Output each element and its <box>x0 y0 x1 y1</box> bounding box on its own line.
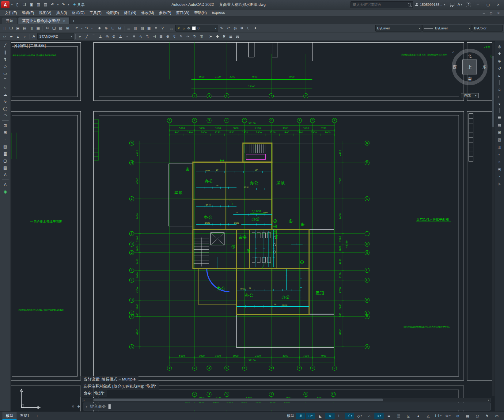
autocad-logo-icon[interactable]: A <box>1 1 9 8</box>
graphics-performance-button[interactable]: ↯ <box>483 413 492 419</box>
view-control[interactable]: [俯视] <box>18 43 28 48</box>
zoom-extents-button[interactable]: ⊕ <box>496 58 503 64</box>
region-tool[interactable]: ▢ <box>1 157 9 164</box>
vertical-scrollbar[interactable] <box>492 42 495 396</box>
dim-break-button[interactable]: ⊣ <box>151 33 157 40</box>
layer-isolate-button[interactable]: ◎ <box>232 25 238 32</box>
publish-button[interactable]: ▦ <box>35 25 41 32</box>
menu-帮助H[interactable]: 帮助(H) <box>192 10 209 16</box>
dim-diameter-button[interactable]: ⊘ <box>111 33 117 40</box>
dim-text-edit-button[interactable]: ✑ <box>185 33 191 40</box>
doc-minimize-button[interactable]: ─ <box>481 11 487 15</box>
qnew-button[interactable]: ▯ <box>14 2 21 8</box>
dim-style-button[interactable]: ◫ <box>198 33 205 40</box>
mleader-collect-button[interactable]: ☴ <box>234 33 241 40</box>
polyline-tool[interactable]: ↯ <box>1 56 9 62</box>
paste-button[interactable]: ▧ <box>58 25 64 32</box>
mleader-add-button[interactable]: ✚ <box>214 33 221 40</box>
tab-start[interactable]: 开始 <box>2 17 17 24</box>
scroll-left-icon[interactable]: ◂ <box>82 399 85 401</box>
multiline-text-tool[interactable]: A <box>1 172 9 178</box>
isometric-drafting-button[interactable]: ◇▾ <box>355 413 364 419</box>
share-button[interactable]: ✈ 共享 <box>71 2 86 7</box>
multileader-button[interactable]: ➤ <box>207 33 214 40</box>
maximize-button[interactable]: ▢ <box>483 1 493 8</box>
plot-preview-button[interactable]: ◫ <box>28 25 35 32</box>
menu-Express[interactable]: Express <box>209 10 227 16</box>
polygon-tool[interactable]: ◇ <box>1 63 9 70</box>
text-tool[interactable]: A <box>1 181 9 188</box>
zoom-window-button[interactable]: ⊡ <box>110 25 116 32</box>
command-close-icon[interactable]: ✕ <box>71 404 74 409</box>
layer-match-button[interactable]: ✎ <box>218 25 225 32</box>
dim-update-button[interactable]: ↻ <box>191 33 198 40</box>
scrollbar-thumb[interactable] <box>93 399 383 401</box>
scrollbar-track[interactable] <box>85 398 487 402</box>
menu-视图V[interactable]: 视图(V) <box>36 10 54 16</box>
menu-插入I[interactable]: 插入(I) <box>54 10 69 16</box>
add-layout-button[interactable]: + <box>33 413 42 419</box>
app-menu-caret[interactable]: ▾ <box>10 2 13 8</box>
quick-calc-button[interactable]: ≡ <box>153 25 159 32</box>
undo-caret[interactable]: ▾ <box>80 25 83 32</box>
dim-jogged-button[interactable]: ↯ <box>171 33 178 40</box>
object-snap-button[interactable]: ⌖▾ <box>374 413 384 419</box>
account-button[interactable]: 1505999135... ▾ <box>414 2 447 8</box>
dynamic-input-button[interactable]: » <box>325 413 335 419</box>
viewport-menu[interactable]: [-] <box>14 43 17 48</box>
dim-baseline-button[interactable]: ≡ <box>131 33 137 40</box>
menu-格式O[interactable]: 格式(O) <box>70 10 87 16</box>
tool-palettes-button[interactable]: ▨ <box>139 25 146 32</box>
spline-tool[interactable]: ∿ <box>1 98 9 105</box>
save-button[interactable]: ▣ <box>15 25 21 32</box>
text-style-button[interactable]: A <box>31 33 37 40</box>
annotation-autoscale-button[interactable]: △ <box>423 413 433 419</box>
motion-path-button[interactable]: ▷ <box>496 180 503 187</box>
sun-properties-button[interactable]: ☼ <box>496 158 503 165</box>
model-space-button[interactable]: 模型 <box>286 413 295 419</box>
arc-tool[interactable]: ⌒ <box>1 77 9 84</box>
layer-freeze-button[interactable]: ❄ <box>239 25 245 32</box>
object-snap-tracking-button[interactable]: ∴ <box>365 413 374 419</box>
dim-ordinate-button[interactable]: ⊥ <box>97 33 104 40</box>
plot-button[interactable]: ▤ <box>42 2 49 8</box>
menu-窗口W[interactable]: 窗口(W) <box>174 10 192 16</box>
search-icon[interactable] <box>408 3 411 6</box>
construction-line-tool[interactable]: ∥ <box>1 49 9 55</box>
viewport-controls[interactable]: [-] [俯视] [二维线框] <box>14 43 46 48</box>
grid-display-button[interactable]: # <box>296 413 305 419</box>
redo-caret[interactable]: ▾ <box>67 2 70 8</box>
navigation-wheel-button[interactable]: ◎ <box>496 43 503 50</box>
layer-properties-button[interactable]: ☷ <box>169 25 175 32</box>
dim-arc-length-button[interactable]: ⌒ <box>90 33 97 40</box>
hatch-panel-button[interactable]: ▨ <box>496 136 503 143</box>
camera-panel-button[interactable]: ▣ <box>496 166 503 172</box>
layer-off-button[interactable]: ☾ <box>245 25 252 32</box>
help-icon[interactable]: ? <box>466 2 471 7</box>
undo-caret[interactable]: ▾ <box>56 2 59 8</box>
menu-文件F[interactable]: 文件(F) <box>2 10 19 16</box>
circle-tool[interactable]: ○ <box>1 84 9 91</box>
pan-button[interactable]: ✚ <box>96 25 103 32</box>
transparency-button[interactable]: ▒ <box>394 413 403 419</box>
text-style-combo[interactable]: STANDARD ▾ <box>37 33 74 40</box>
redo-button[interactable]: ↷ <box>84 25 90 32</box>
saveas-button[interactable]: ▥ <box>35 2 42 8</box>
undo-button[interactable]: ↶ <box>49 2 56 8</box>
table-tool[interactable]: ▦ <box>1 165 9 171</box>
polar-tracking-button[interactable]: ∠▾ <box>345 413 354 419</box>
zoom-realtime-button[interactable]: ⊕ <box>103 25 109 32</box>
properties-panel-button[interactable]: ▤ <box>496 122 503 128</box>
hatch-tool[interactable]: ▨ <box>1 143 9 150</box>
horizontal-scrollbar[interactable]: ◂ ▸ <box>82 398 491 402</box>
qnew-button[interactable]: ▯ <box>1 25 8 32</box>
doc-restore-button[interactable]: ▢ <box>488 11 494 15</box>
pan-hand-button[interactable]: ✚ <box>496 51 503 57</box>
insert-block-tool[interactable]: ⊡ <box>1 122 9 129</box>
mleader-remove-button[interactable]: ✖ <box>221 33 227 40</box>
lineweight-combo[interactable]: ByLayer ▾ <box>422 25 472 32</box>
undo-button[interactable]: ↶ <box>74 25 80 32</box>
draw-order-front-button[interactable]: ▱ <box>1 33 8 40</box>
ucs-toggle-button[interactable]: ∟ <box>496 93 503 100</box>
sheet-set-button[interactable]: ▩ <box>146 25 152 32</box>
